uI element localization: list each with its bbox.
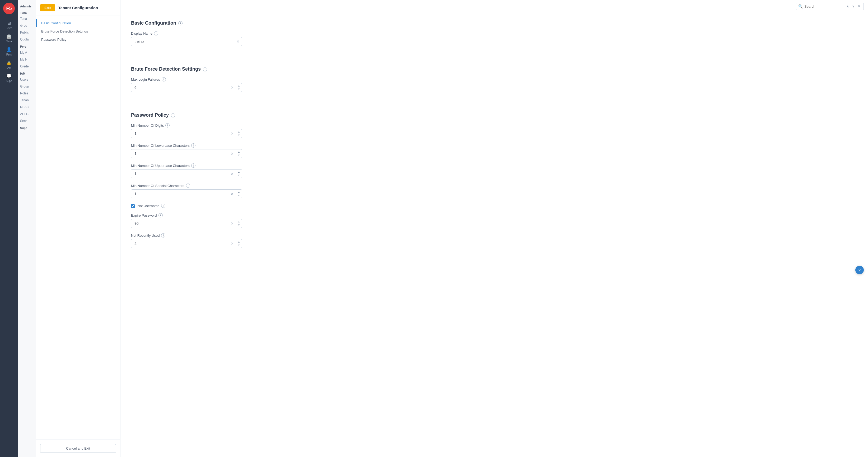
min-digits-input[interactable] bbox=[131, 129, 228, 138]
max-login-spinner-down[interactable]: ▼ bbox=[236, 88, 242, 91]
nav-link-password-policy[interactable]: Password Policy bbox=[36, 35, 120, 44]
display-name-input[interactable] bbox=[131, 37, 234, 46]
brute-force-title: Brute Force Detection Settings i bbox=[131, 66, 858, 72]
max-login-failures-field: Max Login Failures i ✕ ▲ ▼ bbox=[131, 77, 858, 92]
expire-password-spinners: ▲ ▼ bbox=[236, 220, 242, 227]
sidebar-item-tenant[interactable]: 🏢 Tena bbox=[0, 32, 18, 45]
min-uppercase-spinner-up[interactable]: ▲ bbox=[236, 170, 242, 174]
lock-icon: 🔒 bbox=[6, 60, 11, 65]
min-lowercase-field: Min Number Of Lowercase Characters i ✕ ▲… bbox=[131, 143, 858, 158]
max-login-spinners: ▲ ▼ bbox=[236, 84, 242, 91]
not-username-checkbox[interactable] bbox=[131, 204, 135, 208]
sidebar-item-users[interactable]: Users bbox=[18, 76, 36, 83]
min-lowercase-spinner-up[interactable]: ▲ bbox=[236, 150, 242, 154]
sidebar-item-label: Selec bbox=[5, 27, 12, 30]
sidebar-item-tenan[interactable]: Tenan bbox=[18, 97, 36, 104]
min-digits-info-icon[interactable]: i bbox=[165, 123, 169, 127]
display-name-info-icon[interactable]: i bbox=[154, 31, 158, 35]
max-login-clear-button[interactable]: ✕ bbox=[228, 84, 236, 91]
sidebar-item-iam[interactable]: 🔒 IAM bbox=[0, 58, 18, 72]
min-lowercase-info-icon[interactable]: i bbox=[191, 143, 195, 148]
sidebar-item-myn[interactable]: My N bbox=[18, 56, 36, 63]
min-uppercase-clear-button[interactable]: ✕ bbox=[228, 171, 236, 177]
not-username-wrapper: Not Username i bbox=[131, 204, 858, 208]
search-controls: ∧ ∨ ✕ bbox=[845, 4, 861, 9]
min-special-label: Min Number Of Special Characters i bbox=[131, 183, 858, 188]
not-recently-used-info-icon[interactable]: i bbox=[161, 233, 165, 237]
sidebar-item-person[interactable]: 👤 Pers bbox=[0, 45, 18, 58]
expire-password-clear-button[interactable]: ✕ bbox=[228, 220, 236, 227]
max-login-spinner-up[interactable]: ▲ bbox=[236, 84, 242, 88]
min-lowercase-input[interactable] bbox=[131, 149, 228, 158]
sidebar-item-public[interactable]: Public bbox=[18, 29, 36, 36]
min-uppercase-spinner-down[interactable]: ▼ bbox=[236, 174, 242, 177]
grid-icon: ⊞ bbox=[7, 21, 11, 26]
sidebar-item-group[interactable]: Group bbox=[18, 83, 36, 90]
password-policy-info-icon[interactable]: i bbox=[171, 113, 175, 117]
not-recently-used-spinner-down[interactable]: ▼ bbox=[236, 244, 242, 247]
expire-password-input[interactable] bbox=[131, 219, 228, 228]
brute-force-section: Brute Force Detection Settings i Max Log… bbox=[120, 59, 868, 105]
circle-icon: ⊙ bbox=[20, 24, 23, 28]
panel-nav-title: Tenant Configuration bbox=[58, 5, 98, 10]
not-username-info-icon[interactable]: i bbox=[161, 204, 165, 208]
section-admin: Adminis bbox=[18, 3, 36, 9]
min-lowercase-spinners: ▲ ▼ bbox=[236, 150, 242, 157]
not-recently-used-spinner-up[interactable]: ▲ bbox=[236, 240, 242, 244]
sidebar-item-crede[interactable]: Crede bbox=[18, 63, 36, 70]
sidebar-item-mya[interactable]: My A bbox=[18, 49, 36, 56]
help-button[interactable]: ? bbox=[855, 266, 864, 274]
sidebar-item-servi[interactable]: Servi bbox=[18, 117, 36, 124]
edit-button[interactable]: Edit bbox=[40, 4, 55, 11]
expire-password-spinner-up[interactable]: ▲ bbox=[236, 220, 242, 224]
sidebar-item-tena[interactable]: Tena bbox=[18, 15, 36, 22]
brute-force-info-icon[interactable]: i bbox=[203, 67, 207, 72]
basic-config-info-icon[interactable]: i bbox=[178, 21, 183, 25]
nav-link-basic-config[interactable]: Basic Configuration bbox=[36, 19, 120, 27]
password-policy-section: Password Policy i Min Number Of Digits i… bbox=[120, 105, 868, 261]
min-uppercase-field: Min Number Of Uppercase Characters i ✕ ▲… bbox=[131, 164, 858, 178]
min-special-spinner-down[interactable]: ▼ bbox=[236, 194, 242, 197]
min-digits-spinner-down[interactable]: ▼ bbox=[236, 134, 242, 137]
search-close-button[interactable]: ✕ bbox=[857, 4, 861, 9]
sidebar-item-apig[interactable]: API G bbox=[18, 111, 36, 117]
nav-link-brute-force[interactable]: Brute Force Detection Settings bbox=[36, 27, 120, 35]
expire-password-label: Expire Password i bbox=[131, 213, 858, 218]
expire-password-spinner-down[interactable]: ▼ bbox=[236, 224, 242, 227]
sidebar-item-roles[interactable]: Roles bbox=[18, 90, 36, 97]
min-special-input[interactable] bbox=[131, 190, 228, 198]
min-special-info-icon[interactable]: i bbox=[186, 183, 190, 188]
min-uppercase-spinners: ▲ ▼ bbox=[236, 170, 242, 177]
min-special-spinner-up[interactable]: ▲ bbox=[236, 191, 242, 194]
main-content: 🔍 ∧ ∨ ✕ Basic Configuration i Display Na… bbox=[120, 0, 868, 457]
min-digits-spinners: ▲ ▼ bbox=[236, 130, 242, 137]
search-prev-button[interactable]: ∧ bbox=[845, 4, 850, 9]
min-uppercase-input[interactable] bbox=[131, 170, 228, 178]
sidebar-item-quota[interactable]: Quota bbox=[18, 36, 36, 43]
cancel-exit-button[interactable]: Cancel and Exit bbox=[40, 444, 116, 453]
max-login-failures-input[interactable] bbox=[131, 83, 228, 92]
max-login-failures-input-wrapper: ✕ ▲ ▼ bbox=[131, 83, 242, 92]
sidebar-item-rbac[interactable]: RBAC bbox=[18, 104, 36, 111]
sidebar-item-label: IAM bbox=[7, 66, 11, 69]
max-login-info-icon[interactable]: i bbox=[162, 77, 166, 82]
not-username-label[interactable]: Not Username i bbox=[137, 204, 165, 208]
sidebar-item-lo[interactable]: ⊙ Lo bbox=[18, 22, 36, 29]
app-logo[interactable]: F5 bbox=[3, 3, 15, 14]
display-name-clear-button[interactable]: ✕ bbox=[234, 38, 242, 45]
min-special-clear-button[interactable]: ✕ bbox=[228, 191, 236, 197]
min-digits-spinner-up[interactable]: ▲ bbox=[236, 130, 242, 134]
expire-password-info-icon[interactable]: i bbox=[158, 213, 163, 218]
sidebar-item-select[interactable]: ⊞ Selec bbox=[0, 19, 18, 32]
not-recently-used-input[interactable] bbox=[131, 239, 228, 248]
search-input[interactable] bbox=[804, 4, 844, 8]
min-uppercase-info-icon[interactable]: i bbox=[191, 164, 195, 168]
min-lowercase-clear-button[interactable]: ✕ bbox=[228, 150, 236, 157]
not-recently-used-clear-button[interactable]: ✕ bbox=[228, 240, 236, 247]
search-icon: 🔍 bbox=[798, 4, 803, 8]
min-digits-clear-button[interactable]: ✕ bbox=[228, 131, 236, 137]
search-next-button[interactable]: ∨ bbox=[851, 4, 856, 9]
sidebar-item-support[interactable]: 💬 Supp bbox=[0, 72, 18, 85]
min-digits-input-wrapper: ✕ ▲ ▼ bbox=[131, 129, 242, 138]
min-lowercase-spinner-down[interactable]: ▼ bbox=[236, 154, 242, 157]
